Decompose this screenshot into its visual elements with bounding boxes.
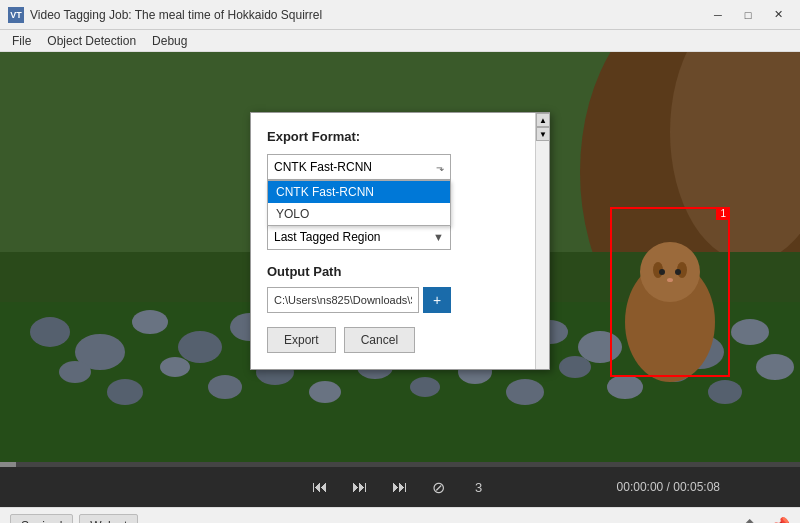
format-dropdown-list: CNTK Fast-RCNN YOLO (267, 180, 451, 226)
no-entry-button[interactable]: ⊘ (432, 478, 445, 497)
cancel-button[interactable]: Cancel (344, 327, 415, 353)
region-value: Last Tagged Region (274, 230, 381, 244)
fast-forward-icon: ⏭ (352, 478, 368, 496)
dialog-inner: Export Format: CNTK Fast-RCNN ⬎ CNTK Fas… (251, 113, 549, 369)
output-path-title: Output Path (267, 264, 451, 279)
region-row: Last Tagged Region ▼ (267, 224, 451, 250)
next-frame-button[interactable]: ⏭ (392, 478, 408, 496)
menu-debug[interactable]: Debug (144, 32, 195, 50)
dialog-content: Export Format: CNTK Fast-RCNN ⬎ CNTK Fas… (251, 113, 465, 369)
menu-object-detection[interactable]: Object Detection (39, 32, 144, 50)
format-dropdown-arrow: ⬎ (436, 162, 444, 173)
window-title: Video Tagging Job: The meal time of Hokk… (30, 8, 704, 22)
minimize-button[interactable]: ─ (704, 5, 732, 25)
tag-squirrel-button[interactable]: Squirrel (10, 514, 73, 524)
window-controls: ─ □ ✕ (704, 5, 792, 25)
video-area: 1 Export Format: CNTK Fast-RCNN ⬎ (0, 52, 800, 462)
format-selected-value: CNTK Fast-RCNN (274, 160, 372, 174)
tag-walnut-button[interactable]: Walnut (79, 514, 138, 524)
fast-forward-button[interactable]: ⏭ (352, 478, 368, 496)
export-button[interactable]: Export (267, 327, 336, 353)
browse-folder-button[interactable]: + (423, 287, 451, 313)
region-dropdown[interactable]: Last Tagged Region ▼ (267, 224, 451, 250)
output-path-row: + (267, 287, 451, 313)
dialog-buttons: Export Cancel (267, 327, 451, 353)
format-dropdown[interactable]: CNTK Fast-RCNN ⬎ (267, 154, 451, 180)
rewind-icon: ⏮ (312, 478, 328, 496)
dialog-scrollbar[interactable]: ▲ ▼ (535, 113, 549, 369)
menubar: File Object Detection Debug (0, 30, 800, 52)
maximize-button[interactable]: □ (734, 5, 762, 25)
playback-controls: ⏮ ⏭ ⏭ ⊘ 3 00:00:00 / 00:05:08 (0, 467, 800, 507)
pin-icon[interactable]: 📌 (770, 516, 790, 523)
scrollbar-up-button[interactable]: ▲ (536, 113, 550, 127)
menu-file[interactable]: File (4, 32, 39, 50)
titlebar: VT Video Tagging Job: The meal time of H… (0, 0, 800, 30)
share-icon[interactable]: ⬆ (743, 516, 756, 523)
frame-counter: 3 (469, 480, 489, 495)
rewind-button[interactable]: ⏮ (312, 478, 328, 496)
region-dropdown-arrow: ▼ (433, 231, 444, 243)
no-entry-icon: ⊘ (432, 478, 445, 497)
folder-icon: + (433, 292, 441, 308)
export-format-title: Export Format: (267, 129, 451, 144)
time-display: 00:00:00 / 00:05:08 (617, 480, 720, 494)
app-icon: VT (8, 7, 24, 23)
scrollbar-down-button[interactable]: ▼ (536, 127, 550, 141)
dialog-overlay: Export Format: CNTK Fast-RCNN ⬎ CNTK Fas… (0, 52, 800, 462)
format-option-yolo[interactable]: YOLO (268, 203, 450, 225)
close-button[interactable]: ✕ (764, 5, 792, 25)
tags-bar: Squirrel Walnut ⬆ 📌 (0, 507, 800, 523)
export-dialog: Export Format: CNTK Fast-RCNN ⬎ CNTK Fas… (250, 112, 550, 370)
format-dropdown-row: CNTK Fast-RCNN ⬎ CNTK Fast-RCNN YOLO (267, 154, 451, 180)
format-option-cntk[interactable]: CNTK Fast-RCNN (268, 181, 450, 203)
next-frame-icon: ⏭ (392, 478, 408, 496)
output-path-input[interactable] (267, 287, 419, 313)
